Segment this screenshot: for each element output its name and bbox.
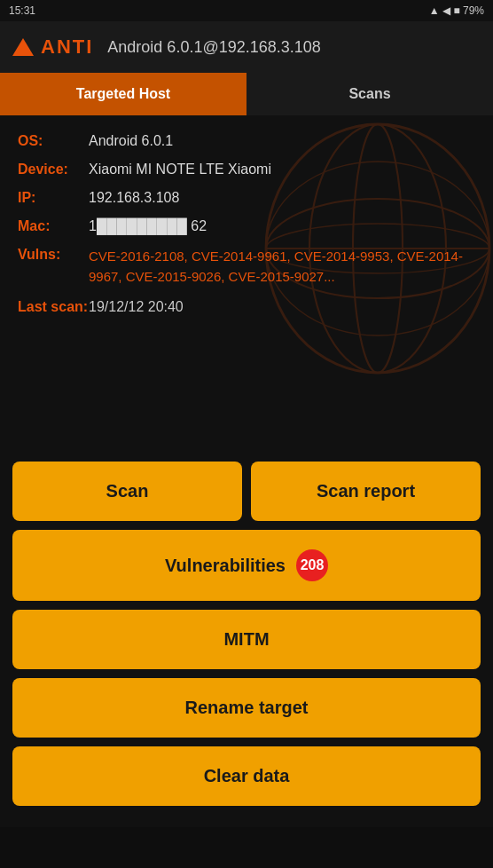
tab-targeted-host[interactable]: Targeted Host — [0, 73, 246, 115]
last-scan-row: Last scan: 19/12/12 20:40 — [18, 299, 475, 315]
status-bar: 15:31 ▲ ◀ ■ 79% — [0, 0, 493, 21]
tab-scans[interactable]: Scans — [246, 73, 493, 115]
device-label: Device: — [18, 162, 89, 178]
scan-button[interactable]: Scan — [12, 462, 242, 521]
ip-row: IP: 192.168.3.108 — [18, 190, 475, 206]
device-info-table: OS: Android 6.0.1 Device: Xiaomi MI NOTE… — [18, 133, 475, 315]
last-scan-value: 19/12/12 20:40 — [89, 299, 184, 315]
os-row: OS: Android 6.0.1 — [18, 133, 475, 149]
os-value: Android 6.0.1 — [89, 133, 173, 149]
vulnerabilities-badge: 208 — [296, 549, 328, 581]
vulns-value: CVE-2016-2108, CVE-2014-9961, CVE-2014-9… — [89, 247, 475, 287]
device-value: Xiaomi MI NOTE LTE Xiaomi — [89, 162, 271, 178]
vulns-row: Vulns: CVE-2016-2108, CVE-2014-9961, CVE… — [18, 247, 475, 287]
header-device-title: Android 6.0.1@192.168.3.108 — [107, 38, 320, 57]
tab-bar: Targeted Host Scans — [0, 73, 493, 115]
ip-label: IP: — [18, 190, 89, 206]
buttons-area: Scan Scan report Vulnerabilities 208 MIT… — [0, 453, 493, 827]
mitm-button[interactable]: MITM — [12, 610, 481, 669]
status-icons: ▲ ◀ ■ 79% — [429, 4, 484, 17]
content-area: OS: Android 6.0.1 Device: Xiaomi MI NOTE… — [0, 115, 493, 453]
logo-triangle-icon — [12, 38, 34, 56]
logo-text: ANTI — [41, 36, 93, 59]
mac-row: Mac: 1█████████ 62 — [18, 218, 475, 234]
os-label: OS: — [18, 133, 89, 149]
scan-buttons-row: Scan Scan report — [12, 462, 481, 521]
scan-report-button[interactable]: Scan report — [251, 462, 481, 521]
last-scan-label: Last scan: — [18, 299, 89, 315]
vulnerabilities-label: Vulnerabilities — [165, 556, 286, 576]
vulnerabilities-button[interactable]: Vulnerabilities 208 — [12, 530, 481, 601]
app-header: ANTI Android 6.0.1@192.168.3.108 — [0, 21, 493, 73]
clear-data-button[interactable]: Clear data — [12, 746, 481, 806]
logo-container: ANTI — [12, 36, 93, 59]
vulns-label: Vulns: — [18, 247, 89, 263]
ip-value: 192.168.3.108 — [89, 190, 179, 206]
mac-value: 1█████████ 62 — [89, 218, 207, 234]
mac-label: Mac: — [18, 218, 89, 234]
status-time: 15:31 — [9, 4, 35, 17]
rename-target-button[interactable]: Rename target — [12, 678, 481, 738]
device-row: Device: Xiaomi MI NOTE LTE Xiaomi — [18, 162, 475, 178]
